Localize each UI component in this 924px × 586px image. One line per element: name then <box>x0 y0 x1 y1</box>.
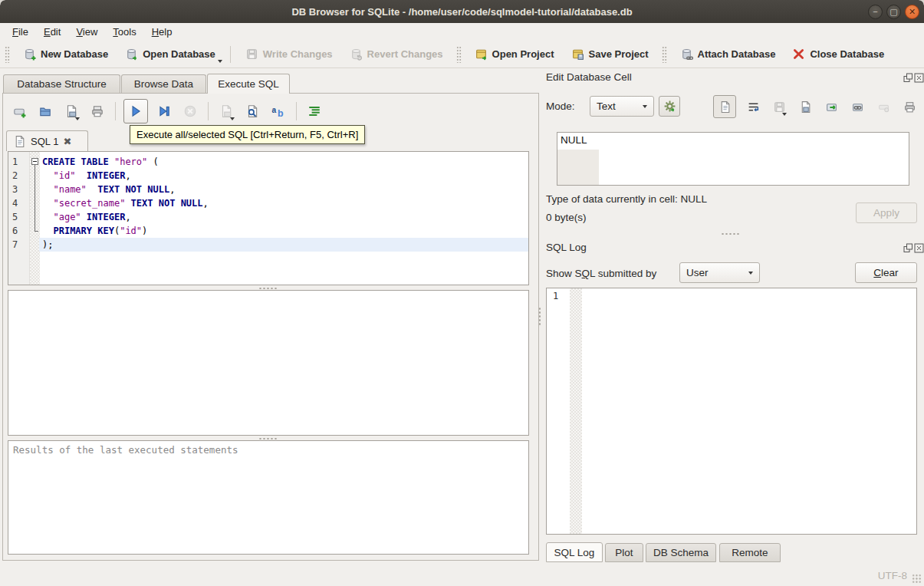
results-message-pane[interactable]: Results of the last executed statements <box>8 440 529 555</box>
word-wrap-icon <box>747 100 760 114</box>
chevron-down-icon <box>748 272 753 275</box>
save-cell-data-icon <box>773 100 786 114</box>
menu-item-view[interactable]: View <box>68 25 105 39</box>
line-number: 3 <box>8 183 29 196</box>
open-sql-file-icon <box>38 104 52 118</box>
fold-margin[interactable] <box>30 152 40 285</box>
new-database-label: New Database <box>41 48 108 60</box>
dropdown-arrow-icon[interactable] <box>782 113 787 116</box>
cell-value-editor[interactable]: NULL <box>557 132 909 186</box>
sql-log-filter-select[interactable]: User <box>679 262 760 283</box>
execute-current-line-button[interactable] <box>154 101 174 121</box>
changes-write-icon <box>245 48 258 61</box>
save-results-button <box>216 101 236 121</box>
clear-log-button[interactable]: Clear <box>855 262 917 283</box>
minimize-button[interactable]: − <box>868 5 883 19</box>
tab-database-structure[interactable]: Database Structure <box>3 74 120 93</box>
mode-select[interactable]: Text <box>590 96 654 117</box>
sql-log-filter-label: Show SQL submitted by <box>546 268 656 279</box>
print-cell-button[interactable] <box>900 97 919 117</box>
close-database-button[interactable]: Close Database <box>784 44 893 64</box>
dock-close-icon[interactable] <box>914 73 924 83</box>
find-in-sql-button[interactable] <box>242 101 262 121</box>
format-sql-button[interactable] <box>304 101 324 121</box>
revert-changes-label: Revert Changes <box>367 48 443 60</box>
toolbar-separator <box>208 102 209 120</box>
menu-item-file[interactable]: File <box>5 25 36 39</box>
open-project-label: Open Project <box>492 48 554 60</box>
dock-splitter-handle[interactable] <box>721 232 741 235</box>
attach-database-button[interactable]: Attach Database <box>672 44 784 64</box>
export-cell-data-button[interactable] <box>822 97 840 117</box>
dock-tab-sql-log[interactable]: SQL Log <box>546 542 603 562</box>
results-grid-pane[interactable] <box>8 290 529 436</box>
toggle-word-case-button[interactable]: ab <box>268 101 288 121</box>
open-as-link-button[interactable] <box>848 97 866 117</box>
open-project-button[interactable]: Open Project <box>466 44 563 64</box>
sql-log-dock-title: SQL Log <box>546 242 587 253</box>
dropdown-arrow-icon[interactable] <box>230 117 235 120</box>
code-area[interactable]: CREATE TABLE "hero" ( "id" INTEGER, "nam… <box>42 152 528 285</box>
code-line: CREATE TABLE "hero" ( <box>42 155 528 169</box>
word-wrap-button[interactable] <box>744 97 762 117</box>
new-sql-tab-icon <box>12 104 26 118</box>
toolbar-handle[interactable] <box>662 46 667 63</box>
panel-splitter-handle[interactable] <box>538 307 541 327</box>
stop-execution-icon <box>183 104 197 118</box>
open-database-button[interactable]: Open Database <box>117 44 224 64</box>
sql-log-view[interactable]: 1 <box>546 288 917 535</box>
project-save-icon <box>571 48 584 61</box>
window-controls: −▢✕ <box>868 5 919 19</box>
database-open-icon <box>125 48 138 61</box>
open-sql-file-button[interactable] <box>35 101 55 121</box>
print-sql-icon <box>90 104 104 118</box>
close-button[interactable]: ✕ <box>905 5 919 19</box>
dock-float-icon[interactable] <box>903 73 913 83</box>
dropdown-arrow-icon[interactable] <box>75 117 80 120</box>
menu-item-help[interactable]: Help <box>144 25 180 39</box>
tab-execute-sql[interactable]: Execute SQL <box>207 74 290 94</box>
menu-item-tools[interactable]: Tools <box>105 25 143 39</box>
svg-text:a: a <box>272 106 277 114</box>
toolbar-handle[interactable] <box>5 46 10 63</box>
cell-type-text: Type of data currently in cell: NULL <box>546 193 707 205</box>
dock-tab-label: DB Schema <box>653 547 709 558</box>
sql-code-editor[interactable]: 1234567 CREATE TABLE "hero" ( "id" INTEG… <box>8 151 529 285</box>
menu-item-edit[interactable]: Edit <box>36 25 68 39</box>
new-sql-tab-button[interactable] <box>9 101 29 121</box>
new-database-button[interactable]: New Database <box>15 44 117 64</box>
toolbar-handle[interactable] <box>456 46 462 63</box>
line-number: 4 <box>8 196 29 210</box>
apply-button: Apply <box>856 202 917 223</box>
dock-float-icon[interactable] <box>903 243 913 253</box>
sql-editor-tab[interactable]: SQL 1 ✖ <box>6 130 88 151</box>
dock-tab-remote[interactable]: Remote <box>719 543 781 562</box>
toggle-word-case-icon: ab <box>271 104 285 118</box>
print-sql-button[interactable] <box>87 101 107 121</box>
close-database-label: Close Database <box>810 48 884 60</box>
attach-database-label: Attach Database <box>698 48 776 60</box>
tab-browse-data[interactable]: Browse Data <box>121 74 206 93</box>
text-view-icon <box>718 100 732 114</box>
fold-marker <box>30 183 40 196</box>
close-tab-icon[interactable]: ✖ <box>63 137 71 146</box>
apply-mode-button[interactable] <box>659 96 680 117</box>
dock-tab-db-schema[interactable]: DB Schema <box>646 543 716 562</box>
resize-grip[interactable] <box>912 574 922 584</box>
execute-all-sql-button[interactable] <box>123 99 148 123</box>
open-sql-file-new-tab-button[interactable] <box>61 101 81 121</box>
code-line: PRIMARY KEY("id") <box>42 224 528 238</box>
toolbar-separator <box>296 102 297 120</box>
dock-close-icon[interactable] <box>914 243 924 253</box>
results-placeholder: Results of the last executed statements <box>8 441 528 459</box>
save-project-button[interactable]: Save Project <box>563 44 657 64</box>
log-fold-margin <box>570 288 582 534</box>
fold-marker[interactable] <box>30 155 40 169</box>
text-view-button[interactable] <box>713 95 736 118</box>
import-cell-data-button[interactable] <box>796 97 814 117</box>
maximize-button[interactable]: ▢ <box>886 5 901 19</box>
fold-marker <box>30 210 40 224</box>
dropdown-arrow-icon[interactable] <box>218 60 222 63</box>
code-line: "name" TEXT NOT NULL, <box>42 183 528 196</box>
dock-tab-plot[interactable]: Plot <box>605 543 643 562</box>
